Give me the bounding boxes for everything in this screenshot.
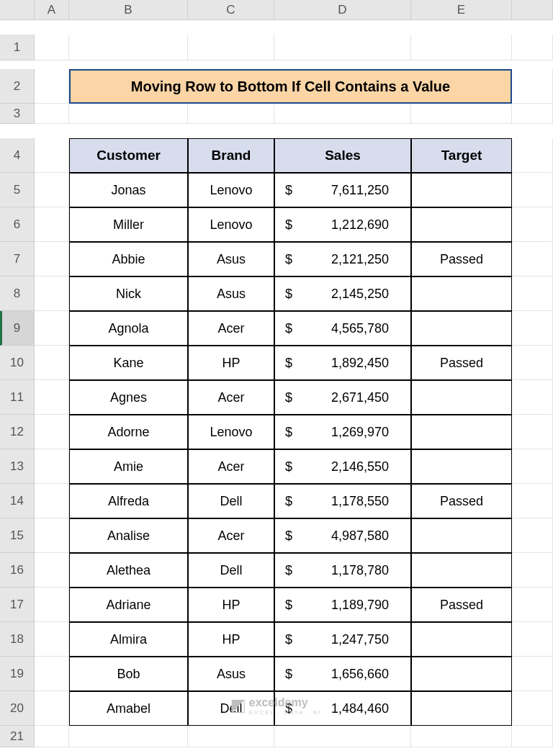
cell-sales[interactable]: $7,611,250	[274, 173, 411, 207]
empty-cell[interactable]	[35, 518, 69, 553]
cell-sales[interactable]: $1,178,780	[274, 553, 411, 588]
row-header-11[interactable]: 11	[0, 380, 35, 415]
cell-brand[interactable]: HP	[188, 588, 274, 622]
empty-cell[interactable]	[35, 553, 69, 588]
row-header-10[interactable]: 10	[0, 346, 35, 380]
row-header-4[interactable]: 4	[0, 138, 35, 173]
empty-cell[interactable]	[512, 691, 553, 726]
empty-cell[interactable]	[512, 104, 553, 124]
col-header-A[interactable]: A	[35, 0, 69, 20]
row-header-2[interactable]: 2	[0, 69, 35, 104]
empty-cell[interactable]	[35, 415, 69, 449]
cell-brand[interactable]: Asus	[188, 657, 274, 691]
cell-brand[interactable]: Lenovo	[188, 173, 274, 207]
row-header-19[interactable]: 19	[0, 657, 35, 691]
empty-cell[interactable]	[35, 726, 69, 747]
empty-cell[interactable]	[35, 242, 69, 276]
empty-cell[interactable]	[512, 415, 553, 449]
row-header-17[interactable]: 17	[0, 588, 35, 622]
empty-cell[interactable]	[35, 622, 69, 657]
empty-cell[interactable]	[512, 311, 553, 346]
row-header-16[interactable]: 16	[0, 553, 35, 588]
empty-cell[interactable]	[512, 657, 553, 691]
cell-target[interactable]	[411, 276, 512, 311]
cell-customer[interactable]: Alfreda	[69, 484, 188, 518]
table-header-customer[interactable]: Customer	[69, 138, 188, 173]
cell-customer[interactable]: Abbie	[69, 242, 188, 276]
cell-customer[interactable]: Bob	[69, 657, 188, 691]
row-header-14[interactable]: 14	[0, 484, 35, 518]
cell-sales[interactable]: $1,212,690	[274, 207, 411, 242]
cell-target[interactable]	[411, 657, 512, 691]
empty-cell[interactable]	[512, 726, 553, 747]
empty-cell[interactable]	[512, 484, 553, 518]
cell-sales[interactable]: $1,269,970	[274, 415, 411, 449]
empty-cell[interactable]	[274, 104, 411, 124]
empty-cell[interactable]	[188, 35, 274, 60]
cell-customer[interactable]: Almira	[69, 622, 188, 657]
cell-sales[interactable]: $1,189,790	[274, 588, 411, 622]
select-all-corner[interactable]	[0, 0, 35, 20]
empty-cell[interactable]	[35, 311, 69, 346]
empty-cell[interactable]	[512, 69, 553, 104]
cell-customer[interactable]: Analise	[69, 518, 188, 553]
cell-sales[interactable]: $4,987,580	[274, 518, 411, 553]
cell-target[interactable]	[411, 449, 512, 484]
empty-cell[interactable]	[411, 726, 512, 747]
empty-cell[interactable]	[35, 588, 69, 622]
table-header-target[interactable]: Target	[411, 138, 512, 173]
empty-cell[interactable]	[69, 104, 188, 124]
empty-cell[interactable]	[35, 657, 69, 691]
row-header-8[interactable]: 8	[0, 276, 35, 311]
cell-target[interactable]	[411, 311, 512, 346]
row-header-20[interactable]: 20	[0, 691, 35, 726]
empty-cell[interactable]	[35, 346, 69, 380]
cell-brand[interactable]: Acer	[188, 380, 274, 415]
empty-cell[interactable]	[188, 104, 274, 124]
cell-customer[interactable]: Nick	[69, 276, 188, 311]
empty-cell[interactable]	[69, 726, 188, 747]
cell-customer[interactable]: Amie	[69, 449, 188, 484]
cell-customer[interactable]: Agnola	[69, 311, 188, 346]
empty-cell[interactable]	[512, 518, 553, 553]
empty-cell[interactable]	[411, 104, 512, 124]
row-header-3[interactable]: 3	[0, 104, 35, 124]
cell-target[interactable]: Passed	[411, 484, 512, 518]
cell-sales[interactable]: $4,565,780	[274, 311, 411, 346]
empty-cell[interactable]	[512, 138, 553, 173]
cell-brand[interactable]: Lenovo	[188, 415, 274, 449]
cell-target[interactable]: Passed	[411, 346, 512, 380]
empty-cell[interactable]	[512, 380, 553, 415]
cell-sales[interactable]: $1,247,750	[274, 622, 411, 657]
empty-cell[interactable]	[512, 207, 553, 242]
empty-cell[interactable]	[35, 449, 69, 484]
empty-cell[interactable]	[411, 35, 512, 60]
empty-cell[interactable]	[512, 173, 553, 207]
cell-brand[interactable]: Acer	[188, 518, 274, 553]
cell-target[interactable]	[411, 622, 512, 657]
row-header-21[interactable]: 21	[0, 726, 35, 747]
cell-customer[interactable]: Agnes	[69, 380, 188, 415]
row-header-15[interactable]: 15	[0, 518, 35, 553]
cell-sales[interactable]: $2,671,450	[274, 380, 411, 415]
cell-brand[interactable]: Asus	[188, 242, 274, 276]
cell-target[interactable]	[411, 691, 512, 726]
cell-brand[interactable]: HP	[188, 346, 274, 380]
cell-sales[interactable]: $2,145,250	[274, 276, 411, 311]
cell-sales[interactable]: $2,121,250	[274, 242, 411, 276]
row-header-18[interactable]: 18	[0, 622, 35, 657]
cell-sales[interactable]: $2,146,550	[274, 449, 411, 484]
col-header-C[interactable]: C	[188, 0, 274, 20]
row-header-5[interactable]: 5	[0, 173, 35, 207]
cell-target[interactable]: Passed	[411, 588, 512, 622]
empty-cell[interactable]	[512, 553, 553, 588]
table-header-sales[interactable]: Sales	[274, 138, 411, 173]
empty-cell[interactable]	[35, 173, 69, 207]
cell-target[interactable]	[411, 553, 512, 588]
col-header-extra[interactable]	[512, 0, 553, 20]
empty-cell[interactable]	[512, 346, 553, 380]
empty-cell[interactable]	[35, 484, 69, 518]
cell-target[interactable]: Passed	[411, 242, 512, 276]
cell-customer[interactable]: Adorne	[69, 415, 188, 449]
cell-target[interactable]	[411, 173, 512, 207]
